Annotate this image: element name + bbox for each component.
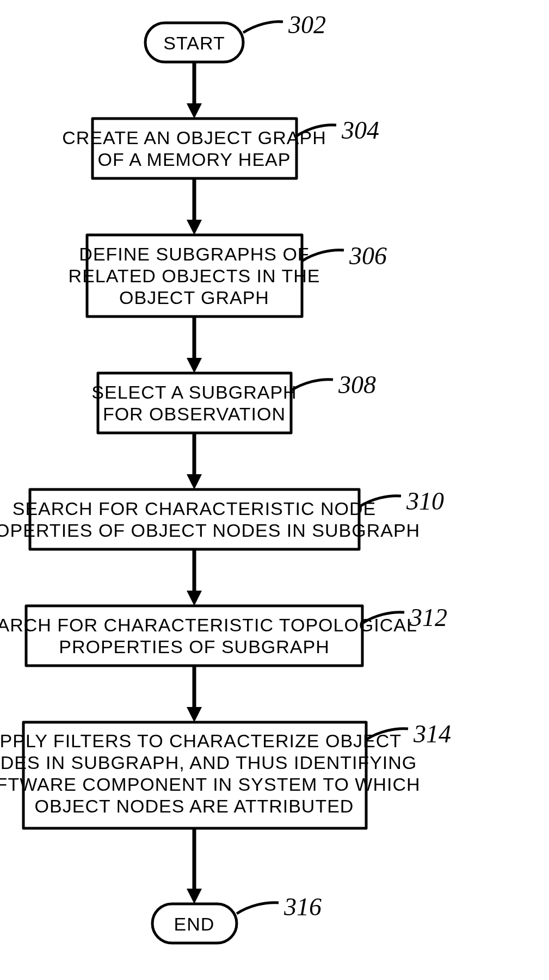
step-310-node: SEARCH FOR CHARACTERISTIC NODE PROPERTIE… — [0, 489, 420, 549]
ref-302-label: 302 — [288, 11, 326, 39]
arrow-312-314 — [187, 666, 202, 722]
arrow-310-312 — [187, 549, 202, 606]
arrow-308-310 — [187, 433, 202, 489]
step-314-node: APPLY FILTERS TO CHARACTERIZE OBJECT NOD… — [0, 722, 421, 828]
svg-marker-11 — [187, 474, 202, 489]
step-308-line1: SELECT A SUBGRAPH — [91, 382, 297, 402]
svg-marker-2 — [187, 103, 202, 119]
arrow-302-304 — [187, 62, 202, 119]
ref-310-label: 310 — [406, 487, 444, 515]
ref-306-label: 306 — [349, 242, 387, 270]
ref-308: 308 — [291, 371, 376, 399]
step-308-line2: FOR OBSERVATION — [103, 404, 286, 424]
step-306-line3: OBJECT GRAPH — [119, 287, 269, 308]
svg-marker-5 — [187, 220, 202, 235]
svg-marker-8 — [187, 358, 202, 373]
ref-316-label: 316 — [283, 893, 322, 921]
arrow-304-306 — [187, 178, 202, 235]
ref-314-label: 314 — [413, 720, 451, 748]
step-312-node: SEARCH FOR CHARACTERISTIC TOPOLOGICAL PR… — [0, 606, 417, 666]
ref-316: 316 — [237, 893, 322, 921]
step-306-line1: DEFINE SUBGRAPHS OF — [79, 244, 309, 264]
step-306-node: DEFINE SUBGRAPHS OF RELATED OBJECTS IN T… — [69, 235, 320, 317]
svg-marker-14 — [187, 591, 202, 606]
step-304-line1: CREATE AN OBJECT GRAPH — [62, 127, 326, 148]
end-node: END — [152, 904, 237, 943]
ref-302: 302 — [243, 11, 326, 39]
step-314-line2: NODES IN SUBGRAPH, AND THUS IDENTIFYING — [0, 752, 417, 773]
step-310-line2: PROPERTIES OF OBJECT NODES IN SUBGRAPH — [0, 520, 420, 541]
step-310-line1: SEARCH FOR CHARACTERISTIC NODE — [13, 498, 377, 519]
step-314-line1: APPLY FILTERS TO CHARACTERIZE OBJECT — [0, 730, 402, 751]
ref-304-label: 304 — [341, 116, 379, 144]
step-304-node: CREATE AN OBJECT GRAPH OF A MEMORY HEAP — [62, 119, 326, 178]
arrow-306-308 — [187, 317, 202, 373]
step-312-line1: SEARCH FOR CHARACTERISTIC TOPOLOGICAL — [0, 615, 417, 635]
arrow-314-316 — [187, 828, 202, 904]
step-304-line2: OF A MEMORY HEAP — [98, 149, 291, 170]
step-306-line2: RELATED OBJECTS IN THE — [69, 265, 320, 286]
end-text: END — [174, 914, 215, 934]
start-text: START — [163, 33, 225, 53]
step-314-line4: OBJECT NODES ARE ATTRIBUTED — [35, 796, 354, 816]
flowchart-canvas: START 302 CREATE AN OBJECT GRAPH OF A ME… — [0, 0, 549, 980]
start-node: START — [145, 23, 243, 62]
ref-312-label: 312 — [409, 604, 447, 631]
svg-marker-20 — [187, 889, 202, 904]
svg-marker-17 — [187, 707, 202, 722]
step-308-node: SELECT A SUBGRAPH FOR OBSERVATION — [91, 373, 297, 433]
step-312-line2: PROPERTIES OF SUBGRAPH — [59, 636, 329, 657]
ref-308-label: 308 — [338, 371, 376, 399]
step-314-line3: SOFTWARE COMPONENT IN SYSTEM TO WHICH — [0, 774, 421, 795]
